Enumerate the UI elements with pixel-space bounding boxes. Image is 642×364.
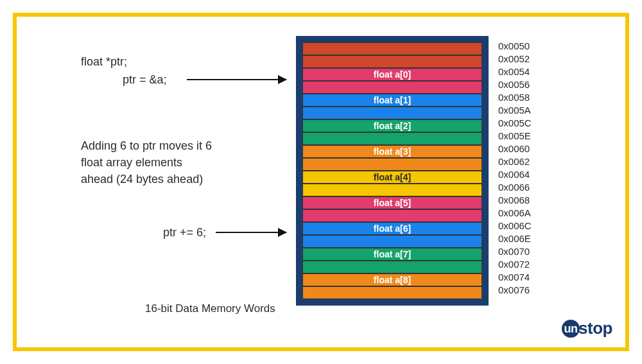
memory-row [302, 158, 482, 171]
code-assign: ptr = &a; [123, 73, 167, 87]
address-column: 0x00500x00520x00540x00560x00580x005A0x00… [494, 40, 532, 297]
address-label: 0x005E [494, 130, 532, 143]
memory-row [302, 184, 482, 196]
address-label: 0x005C [494, 117, 532, 130]
memory-row-label: float a[3] [374, 146, 411, 157]
explain-line-2: float array elements [81, 154, 212, 171]
memory-row-label: float a[1] [374, 95, 411, 105]
explain-text: Adding 6 to ptr moves it 6 float array e… [81, 137, 212, 187]
address-label: 0x0050 [494, 40, 532, 53]
memory-row: float a[7] [302, 248, 482, 261]
memory-row [302, 261, 482, 273]
code-declaration: float *ptr; [81, 55, 127, 69]
memory-row [302, 235, 482, 248]
memory-row: float a[4] [302, 171, 482, 184]
memory-row: float a[2] [302, 119, 482, 132]
diagram-frame: float *ptr; ptr = &a; Adding 6 to ptr mo… [13, 13, 629, 351]
memory-row [302, 107, 482, 119]
memory-row-label: float a[7] [374, 249, 411, 259]
memory-row [302, 209, 482, 222]
logo-accent: un [562, 320, 580, 338]
diagram-content: float *ptr; ptr = &a; Adding 6 to ptr mo… [17, 17, 625, 347]
address-label: 0x005A [494, 104, 532, 117]
address-label: 0x0076 [494, 284, 532, 297]
explain-line-3: ahead (24 bytes ahead) [81, 171, 212, 187]
arrow-increment [216, 232, 286, 233]
memory-row-label: float a[6] [374, 223, 411, 234]
memory-row [302, 42, 482, 55]
address-label: 0x0066 [494, 181, 532, 194]
memory-row [302, 132, 482, 145]
memory-row: float a[5] [302, 196, 482, 209]
address-label: 0x0068 [494, 194, 532, 207]
memory-row: float a[0] [302, 68, 482, 81]
memory-row [302, 286, 482, 299]
code-increment: ptr += 6; [163, 226, 206, 239]
memory-block: float a[0]float a[1]float a[2]float a[3]… [296, 36, 489, 306]
memory-row-label: float a[2] [374, 121, 411, 131]
memory-row-label: float a[5] [374, 198, 411, 208]
memory-row [302, 81, 482, 94]
address-label: 0x0062 [494, 155, 532, 168]
address-label: 0x0074 [494, 271, 532, 284]
memory-row: float a[6] [302, 222, 482, 235]
memory-row: float a[8] [302, 273, 482, 286]
address-label: 0x006E [494, 232, 532, 245]
memory-row: float a[1] [302, 94, 482, 107]
address-label: 0x006C [494, 220, 532, 232]
address-label: 0x0058 [494, 91, 532, 104]
memory-row-label: float a[8] [374, 275, 411, 285]
address-label: 0x0064 [494, 168, 532, 181]
memory-rows: float a[0]float a[1]float a[2]float a[3]… [302, 42, 482, 299]
logo-rest: stop [578, 318, 612, 338]
address-label: 0x006A [494, 207, 532, 220]
address-label: 0x0060 [494, 143, 532, 155]
memory-row: float a[3] [302, 145, 482, 158]
address-label: 0x0070 [494, 245, 532, 258]
arrow-assign [187, 79, 286, 80]
address-label: 0x0072 [494, 258, 532, 271]
explain-line-1: Adding 6 to ptr moves it 6 [81, 137, 212, 154]
memory-row-label: float a[4] [374, 172, 411, 182]
logo-unstop: unstop [562, 318, 612, 338]
address-label: 0x0054 [494, 65, 532, 78]
address-label: 0x0056 [494, 78, 532, 91]
address-label: 0x0052 [494, 53, 532, 65]
memory-row-label: float a[0] [374, 69, 411, 80]
caption-text: 16-bit Data Memory Words [145, 302, 275, 315]
memory-row [302, 55, 482, 68]
